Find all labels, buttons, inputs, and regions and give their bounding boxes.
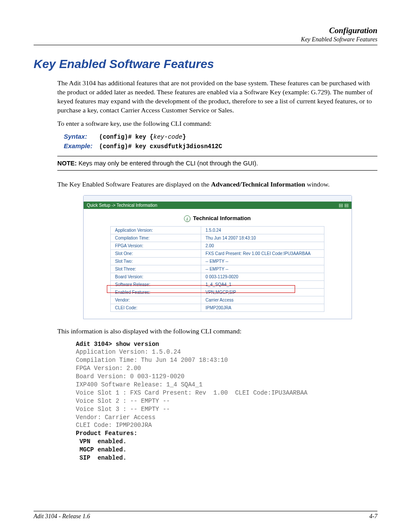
header-title: Configuration xyxy=(34,26,377,35)
table-row: Slot One:FXS Card Present: Rev 1.00 CLEI… xyxy=(111,249,324,257)
page-header: Configuration Key Enabled Software Featu… xyxy=(34,26,377,43)
technical-info-screenshot: ···· Quick Setup -> Technical Informatio… xyxy=(83,195,352,319)
table-cell-label: Slot Three: xyxy=(111,265,201,273)
disp-pre: The Key Enabled Software Features are di… xyxy=(57,180,211,188)
header-rule xyxy=(34,45,377,45)
table-cell-value: 0 003-1129-0020 xyxy=(201,273,324,280)
display-info-text: The Key Enabled Software Features are di… xyxy=(57,180,377,189)
table-cell-value: IPMP200JRA xyxy=(201,304,324,311)
table-cell-value: 1.5.0.24 xyxy=(201,226,324,234)
table-cell-label: Compilation Time: xyxy=(111,234,201,242)
cli-line: Compilation Time: Thu Jun 14 2007 18:43:… xyxy=(76,357,228,364)
cli-feature-line: MGCP enabled. xyxy=(76,446,127,453)
syntax-prefix: (config)# key { xyxy=(99,134,153,140)
breadcrumb-bar: Quick Setup -> Technical Information ▤ ▤ xyxy=(84,202,352,209)
syntax-suffix: } xyxy=(182,134,186,140)
cli-line: CLEI Code: IPMP200JRA xyxy=(76,422,152,429)
cli-line: Application Version: 1.5.0.24 xyxy=(76,348,181,355)
table-row: Vendor:Carrier Access xyxy=(111,296,324,304)
window-titlebar: ···· xyxy=(84,196,352,202)
table-cell-label: Application Version: xyxy=(111,226,201,234)
table-cell-value: 2.00 xyxy=(201,242,324,249)
cli-display-text: This information is also displayed with … xyxy=(57,327,377,336)
table-cell-label: Vendor: xyxy=(111,296,201,304)
table-row: Compilation Time:Thu Jun 14 2007 18:43:1… xyxy=(111,234,324,242)
intro-paragraph-1: The Adit 3104 has additional features th… xyxy=(57,79,377,115)
table-row: Board Version:0 003-1129-0020 xyxy=(111,273,324,280)
table-cell-label: Slot Two: xyxy=(111,257,201,265)
disp-post: window. xyxy=(305,180,330,188)
cli-line: Voice Slot 1 : FXS Card Present: Rev 1.0… xyxy=(76,389,308,396)
table-cell-label: Enabled Features: xyxy=(111,288,201,296)
cli-feature-line: SIP enabled. xyxy=(76,454,127,461)
cli-line: Vendor: Carrier Access xyxy=(76,414,156,421)
syntax-label: Syntax: xyxy=(64,133,99,140)
table-cell-value: -- EMPTY -- xyxy=(201,265,324,273)
table-cell-label: Software Release: xyxy=(111,280,201,288)
breadcrumb-text: Quick Setup -> Technical Information xyxy=(87,203,158,208)
table-cell-value: 1_4_SQA4_1 xyxy=(201,280,324,288)
cli-line: FPGA Version: 2.00 xyxy=(76,365,141,372)
page-footer: Adit 3104 - Release 1.6 4-7 xyxy=(34,511,377,520)
note-label: NOTE: xyxy=(57,160,77,167)
table-row: CLEI Code:IPMP200JRA xyxy=(111,304,324,311)
intro-paragraph-2: To enter a software key, use the followi… xyxy=(57,119,377,128)
cli-syntax-block: Syntax: (config)# key {key-code} Example… xyxy=(64,133,377,150)
example-text: (config)# key cxusdfutkj3diosn412C xyxy=(99,143,222,150)
table-row: Software Release:1_4_SQA4_1 xyxy=(111,280,324,288)
panel-title-text: Technical Information xyxy=(193,215,251,221)
cli-line: Voice Slot 2 : -- EMPTY -- xyxy=(76,398,170,404)
table-cell-label: Board Version: xyxy=(111,273,201,280)
table-cell-value: VPN,MGCP,SIP xyxy=(201,288,324,296)
table-row: FPGA Version:2.00 xyxy=(111,242,324,249)
cli-line: Board Version: 0 003-1129-0020 xyxy=(76,373,184,380)
header-subtitle: Key Enabled Software Features xyxy=(34,36,377,43)
cli-feature-line: VPN enabled. xyxy=(76,438,127,445)
table-cell-label: CLEI Code: xyxy=(111,304,201,311)
example-label: Example: xyxy=(64,142,99,149)
technical-info-table: Application Version:1.5.0.24Compilation … xyxy=(110,226,324,312)
table-row: Slot Two:-- EMPTY -- xyxy=(111,257,324,265)
table-row: Application Version:1.5.0.24 xyxy=(111,226,324,234)
table-row: Slot Three:-- EMPTY -- xyxy=(111,265,324,273)
note-box: NOTE: Keys may only be entered through t… xyxy=(57,156,377,171)
cli-line: IXP400 Software Release: 1_4 SQA4_1 xyxy=(76,381,202,388)
disp-bold: Advanced/Technical Information xyxy=(211,180,305,188)
table-cell-label: Slot One: xyxy=(111,249,201,257)
section-heading: Key Enabled Software Features xyxy=(34,57,377,71)
table-cell-value: Thu Jun 14 2007 18:43:10 xyxy=(201,234,324,242)
table-row: Enabled Features:VPN,MGCP,SIP xyxy=(111,288,324,296)
syntax-arg: key-code xyxy=(153,134,182,140)
table-cell-value: FXS Card Present: Rev 1.00 CLEI Code:IPU… xyxy=(201,249,324,257)
footer-left: Adit 3104 - Release 1.6 xyxy=(34,513,90,520)
table-cell-value: -- EMPTY -- xyxy=(201,257,324,265)
info-icon: i xyxy=(184,215,190,222)
table-cell-value: Carrier Access xyxy=(201,296,324,304)
note-text: Keys may only be entered through the CLI… xyxy=(77,160,258,167)
example-command: (config)# key cxusdfutkj3diosn412C xyxy=(99,143,222,150)
cli-line: Voice Slot 3 : -- EMPTY -- xyxy=(76,406,170,413)
syntax-command: (config)# key {key-code} xyxy=(99,134,186,140)
footer-right: 4-7 xyxy=(369,513,377,520)
breadcrumb-icons: ▤ ▤ xyxy=(339,202,349,208)
cli-prompt-line: Adit 3104> show version xyxy=(76,341,159,348)
panel-title: iTechnical Information xyxy=(84,209,352,226)
cli-features-heading: Product Features: xyxy=(76,430,137,437)
cli-output-block: Adit 3104> show version Application Vers… xyxy=(76,340,377,462)
table-cell-label: FPGA Version: xyxy=(111,242,201,249)
